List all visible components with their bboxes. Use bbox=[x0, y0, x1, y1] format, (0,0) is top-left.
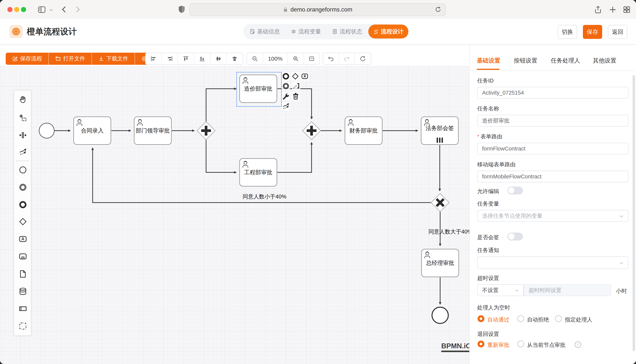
mobile-form-route-input[interactable]: formMobileFlowContract bbox=[477, 171, 628, 182]
task-dept-leader-approval[interactable]: 部门领导审批 bbox=[134, 116, 172, 145]
radio-auto-pass[interactable] bbox=[478, 315, 484, 322]
align-bottom-icon[interactable] bbox=[194, 53, 210, 64]
timeout-mode-select[interactable]: 不设置 bbox=[477, 284, 524, 296]
task-engineering-dept-approval[interactable]: 工程部审批 bbox=[239, 158, 277, 186]
share-icon[interactable] bbox=[594, 5, 602, 14]
radio-auto-reject[interactable] bbox=[517, 315, 524, 322]
contextpad-delete-icon[interactable] bbox=[292, 92, 300, 100]
radio-assign-handler-label[interactable]: 指定处理人 bbox=[565, 316, 592, 324]
exclusive-gateway[interactable] bbox=[431, 194, 449, 212]
sliders-icon bbox=[291, 29, 296, 34]
timeout-hours-input[interactable]: 超时时间设置 bbox=[524, 284, 611, 296]
align-right-icon[interactable] bbox=[162, 53, 178, 64]
chevron-down-icon bbox=[515, 288, 519, 293]
zoom-window-button[interactable] bbox=[21, 7, 26, 12]
panel-tab-assignee[interactable]: 任务处理人 bbox=[551, 57, 580, 64]
radio-from-current-node[interactable] bbox=[517, 340, 524, 348]
tab-flow-variables[interactable]: 流程变量 bbox=[286, 24, 326, 38]
sidebar-toggle-icon[interactable] bbox=[38, 5, 46, 14]
radio-from-current-node-label[interactable]: 从当前节点审批 bbox=[527, 341, 565, 349]
download-file-button[interactable]: 下载文件 bbox=[92, 53, 135, 65]
task-contract-entry[interactable]: 合同录入 bbox=[73, 116, 111, 145]
end-event[interactable] bbox=[432, 307, 448, 324]
form-route-input[interactable]: formFlowContract bbox=[477, 143, 628, 154]
countersign-toggle[interactable] bbox=[507, 232, 523, 240]
radio-re-approve[interactable] bbox=[478, 340, 484, 348]
task-legal-dept-countersign[interactable]: 法务部会签 bbox=[421, 116, 459, 145]
shield-icon[interactable] bbox=[177, 5, 186, 14]
redo-icon[interactable] bbox=[339, 53, 355, 64]
panel-scrollbar[interactable] bbox=[632, 75, 635, 351]
zoom-out-icon[interactable] bbox=[247, 53, 263, 64]
contextpad-wrench-icon[interactable] bbox=[282, 92, 290, 100]
timeout-unit-label: 小时 bbox=[616, 287, 627, 295]
contextpad-intermediate-event-icon[interactable] bbox=[282, 82, 290, 90]
multi-instance-marker bbox=[437, 138, 443, 143]
properties-panel: 基础设置 按钮设置 任务处理人 其他设置 任务ID Activity_07251… bbox=[469, 45, 636, 364]
task-notify-select[interactable] bbox=[477, 256, 628, 269]
radio-re-approve-label[interactable]: 重新审批 bbox=[487, 341, 509, 349]
parallel-gateway-split[interactable] bbox=[197, 122, 215, 140]
contextpad-connect-icon[interactable] bbox=[282, 102, 290, 111]
parallel-gateway-join[interactable] bbox=[303, 122, 321, 140]
save-button[interactable]: 保存 bbox=[583, 25, 602, 39]
contextpad-annotation-icon[interactable] bbox=[292, 82, 300, 90]
switch-button[interactable]: 切换 bbox=[558, 25, 577, 39]
panel-tab-other[interactable]: 其他设置 bbox=[593, 57, 616, 64]
reload-icon[interactable] bbox=[435, 6, 442, 13]
forward-button-icon[interactable] bbox=[73, 5, 82, 14]
task-name-input[interactable]: 造价部审批 bbox=[477, 115, 628, 126]
close-window-button[interactable] bbox=[7, 7, 13, 12]
align-center-horizontal-icon[interactable] bbox=[210, 53, 227, 64]
align-top-icon[interactable] bbox=[178, 53, 194, 64]
chevron-down-icon bbox=[619, 214, 624, 219]
radio-auto-reject-label[interactable]: 自动拒绝 bbox=[527, 316, 549, 324]
allow-edit-label: 允许编辑 bbox=[477, 188, 499, 195]
active-tab-underline bbox=[477, 69, 500, 70]
save-flow-button[interactable]: 保存流程 bbox=[6, 53, 49, 65]
tab-flow-status[interactable]: 流程状态 bbox=[327, 24, 367, 38]
chevron-down-icon[interactable] bbox=[49, 8, 53, 12]
bpmn-io-logo[interactable]: BPMN.iO bbox=[441, 342, 471, 352]
contextpad-user-task-icon[interactable] bbox=[301, 72, 309, 80]
task-variable-select[interactable]: 选择任务节点使用的变量 bbox=[477, 210, 628, 222]
radio-auto-pass-label[interactable]: 自动通过 bbox=[487, 316, 509, 324]
flow-icon bbox=[373, 29, 379, 34]
info-icon[interactable]: ! bbox=[575, 341, 581, 348]
back-button-icon[interactable] bbox=[60, 5, 68, 14]
contextpad-gateway-icon[interactable] bbox=[291, 72, 299, 80]
zoom-in-icon[interactable] bbox=[288, 53, 304, 64]
panel-tab-buttons[interactable]: 按钮设置 bbox=[514, 57, 537, 64]
tab-overview-icon[interactable] bbox=[622, 5, 631, 14]
bpmn-canvas[interactable]: 合同录入 部门领导审批 造价部审批 工程部审批 财务部审批 bbox=[0, 66, 469, 364]
tab-basic-info[interactable]: 基础信息 bbox=[245, 24, 285, 38]
contextpad-end-event-icon[interactable] bbox=[282, 72, 290, 80]
open-file-button[interactable]: 打开文件 bbox=[49, 53, 92, 65]
edge-label-lt40[interactable]: 同意人数小于40% bbox=[243, 193, 286, 200]
fit-viewport-icon[interactable] bbox=[304, 53, 319, 64]
task-name-label: 任务名称 bbox=[477, 105, 499, 112]
task-general-manager-approval[interactable]: 总经理审批 bbox=[421, 249, 459, 277]
zoom-level-value[interactable]: 100% bbox=[263, 53, 288, 64]
screenshot-stage: demo.orangeforms.com 橙单流程设计 基础信息 bbox=[0, 0, 636, 364]
app-header: 橙单流程设计 基础信息 流程变量 流程状态 流程设计 切换 保存 返回 bbox=[0, 19, 636, 45]
tab-flow-design[interactable]: 流程设计 bbox=[368, 24, 408, 38]
allow-edit-toggle[interactable] bbox=[507, 186, 523, 194]
empty-handler-label: 处理人为空时 bbox=[477, 304, 510, 312]
address-bar[interactable]: demo.orangeforms.com bbox=[189, 3, 446, 16]
reset-icon[interactable] bbox=[355, 53, 371, 64]
radio-assign-handler[interactable] bbox=[555, 315, 562, 322]
align-center-vertical-icon[interactable] bbox=[227, 53, 243, 64]
task-id-input[interactable]: Activity_0725154 bbox=[477, 87, 628, 98]
undo-icon[interactable] bbox=[323, 53, 339, 64]
task-finance-dept-approval[interactable]: 财务部审批 bbox=[345, 116, 382, 145]
minimize-window-button[interactable] bbox=[14, 7, 19, 12]
new-tab-icon[interactable] bbox=[608, 5, 617, 14]
edge-label-gt40[interactable]: 同意人数大于40% bbox=[429, 228, 472, 236]
align-left-icon[interactable] bbox=[146, 53, 162, 64]
align-tools-group bbox=[145, 53, 243, 65]
task-notify-label: 任务通知 bbox=[477, 246, 499, 254]
back-button[interactable]: 返回 bbox=[608, 25, 627, 39]
start-event[interactable] bbox=[39, 123, 54, 138]
panel-tab-basic[interactable]: 基础设置 bbox=[477, 57, 500, 64]
